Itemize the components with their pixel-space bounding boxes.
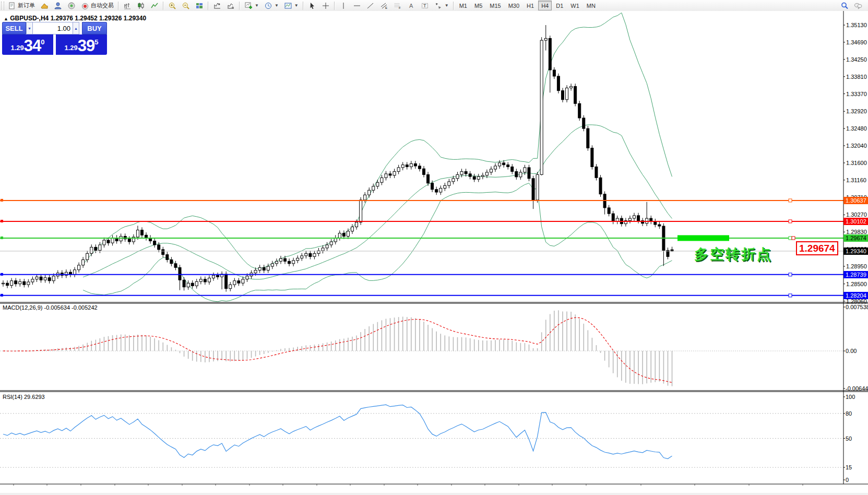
dropdown-arrow-icon: ▼ xyxy=(445,3,449,8)
callout-anchor xyxy=(792,237,795,240)
auto-scroll-button[interactable] xyxy=(224,1,237,11)
text-button[interactable]: A xyxy=(405,1,418,11)
new-chart-button[interactable]: ▼ xyxy=(242,1,261,11)
timeframe-m5[interactable]: M5 xyxy=(471,1,485,10)
price-callout-box[interactable]: 1.29674 xyxy=(796,241,838,255)
volume-up-button[interactable]: ▲ xyxy=(73,22,79,34)
rsi-axis-tick: 100 xyxy=(846,394,855,400)
chart-area[interactable]: ▲ GBPUSD-,H4 1.29376 1.29452 1.29326 1.2… xyxy=(0,11,868,495)
candles-layer xyxy=(2,25,674,292)
periods-icon xyxy=(264,2,272,10)
chat-button[interactable] xyxy=(851,1,865,11)
market-watch-button[interactable] xyxy=(51,1,65,11)
buy-price-pipette: 5 xyxy=(94,38,98,46)
bollinger-middle xyxy=(83,125,672,279)
candle-chart-button[interactable] xyxy=(134,1,148,11)
chart-shift-icon xyxy=(213,2,221,10)
vertical-line-button[interactable] xyxy=(337,1,350,11)
bar-chart-button[interactable] xyxy=(121,1,134,11)
sell-button[interactable]: SELL xyxy=(2,22,26,34)
line-chart-icon xyxy=(150,2,159,10)
chart-shift-button[interactable] xyxy=(210,1,224,11)
sell-price-pipette: 0 xyxy=(41,38,44,46)
buy-button[interactable]: BUY xyxy=(82,22,107,34)
buy-price[interactable]: 1.29 39 5 xyxy=(56,34,107,55)
tile-windows-icon xyxy=(195,2,204,10)
timeframe-d1[interactable]: D1 xyxy=(553,1,566,10)
price-tick: 1.35130 xyxy=(846,22,867,28)
timeframe-m15[interactable]: M15 xyxy=(486,1,504,10)
svg-text:F: F xyxy=(399,6,401,9)
zoom-out-button[interactable] xyxy=(179,1,193,11)
toolbar-grip[interactable] xyxy=(1,2,4,10)
timeframe-m30[interactable]: M30 xyxy=(505,1,522,10)
sell-price[interactable]: 1.29 34 0 xyxy=(2,34,53,55)
cursor-button[interactable] xyxy=(305,1,319,11)
quotes-button[interactable] xyxy=(38,1,51,11)
text-label-button[interactable]: T xyxy=(418,1,432,11)
auto-trading-button[interactable]: 自动交易 xyxy=(78,1,116,11)
macd-signal-line xyxy=(3,317,672,382)
line-chart-button[interactable] xyxy=(148,1,161,11)
arrows-button[interactable]: ▼ xyxy=(432,1,451,11)
rsi-indicator-label: RSI(14) 29.6293 xyxy=(3,394,45,400)
price-tick: 1.32480 xyxy=(846,125,867,132)
templates-button[interactable]: ▼ xyxy=(281,1,301,11)
vertical-line-icon xyxy=(339,2,348,10)
fibonacci-button[interactable]: F xyxy=(391,1,405,11)
price-line-tag-1.28204: 1.28204 xyxy=(843,292,868,299)
trend-line-icon xyxy=(366,2,375,10)
price-line-tag-1.28739: 1.28739 xyxy=(843,271,868,278)
dropdown-arrow-icon: ▼ xyxy=(294,3,299,8)
volume-down-button[interactable]: ▼ xyxy=(26,22,33,34)
toolbar-right-group xyxy=(838,1,868,11)
zoom-in-button[interactable] xyxy=(165,1,179,11)
buy-price-base: 1.29 xyxy=(64,44,77,52)
svg-text:A: A xyxy=(409,3,413,9)
highlight-zone[interactable] xyxy=(677,235,729,241)
chart-header: ▲ GBPUSD-,H4 1.29376 1.29452 1.29326 1.2… xyxy=(4,15,146,22)
horizontal-line-button[interactable] xyxy=(350,1,364,11)
crosshair-button[interactable] xyxy=(319,1,332,11)
chat-icon xyxy=(854,2,862,10)
trend-line-button[interactable] xyxy=(364,1,377,11)
periods-button[interactable]: ▼ xyxy=(261,1,281,11)
toolbar-separator xyxy=(208,2,209,10)
timeframe-m1[interactable]: M1 xyxy=(456,1,470,10)
price-tick: 1.28950 xyxy=(846,263,867,269)
current-price-tag: 1.29340 xyxy=(843,248,868,255)
arrows-icon xyxy=(434,2,443,10)
price-tick: 1.34690 xyxy=(846,39,867,45)
macd-panel xyxy=(0,310,843,386)
timeframe-h4[interactable]: H4 xyxy=(538,1,552,10)
macd-histogram xyxy=(3,310,672,386)
tile-windows-button[interactable] xyxy=(193,1,206,11)
quotes-icon xyxy=(40,2,49,10)
new-order-button[interactable]: 新订单 xyxy=(5,1,38,11)
new-chart-icon xyxy=(244,2,253,10)
collapse-panel-icon[interactable]: ▲ xyxy=(4,16,8,21)
macd-axis-tick: 0.00 xyxy=(846,348,857,354)
price-tick: 1.32920 xyxy=(846,108,867,114)
price-line-tag-1.30102: 1.30102 xyxy=(843,218,868,225)
timeframe-h1[interactable]: H1 xyxy=(524,1,537,10)
search-button[interactable] xyxy=(838,1,851,11)
templates-icon xyxy=(284,2,292,10)
turning-point-annotation[interactable]: 多空转折点 xyxy=(694,245,772,264)
search-icon xyxy=(840,2,849,10)
equidistant-channel-button[interactable]: E xyxy=(377,1,391,11)
toolbar: 新订单 自动交易 xyxy=(0,0,868,11)
auto-scroll-icon xyxy=(227,2,235,10)
signals-button[interactable] xyxy=(65,1,78,11)
timeframe-mn[interactable]: MN xyxy=(584,1,599,10)
chart-ohlc-values: 1.29376 1.29452 1.29326 1.29340 xyxy=(51,15,147,22)
sell-price-pips: 34 xyxy=(24,38,41,53)
price-tick: 1.33370 xyxy=(846,91,867,97)
price-line-tag-1.29674: 1.29674 xyxy=(843,234,868,242)
timeframe-w1[interactable]: W1 xyxy=(567,1,582,10)
horizontal-line-icon xyxy=(353,2,361,10)
volume-input[interactable]: 1.00 xyxy=(33,22,73,34)
price-tick: 1.31600 xyxy=(846,160,867,166)
timeframe-bar: M1M5M15M30H1H4D1W1MN xyxy=(456,1,599,10)
toolbar-separator xyxy=(118,2,119,10)
